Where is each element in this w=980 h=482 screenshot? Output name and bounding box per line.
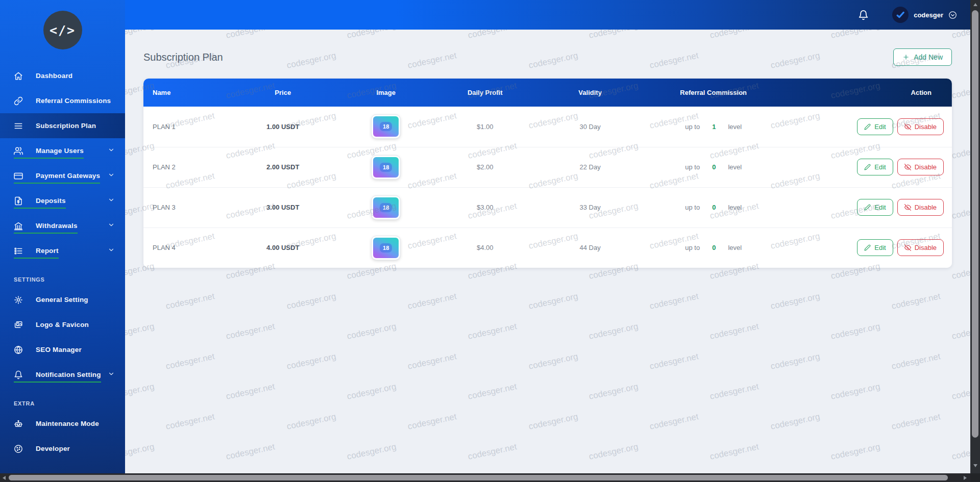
gear-icon [14, 295, 23, 305]
sidebar-item-seo-manager[interactable]: SEO Manager [0, 337, 125, 362]
watermark-text: codesger.net [225, 382, 276, 402]
edit-label: Edit [874, 244, 886, 251]
sidebar-item-maintenance-mode[interactable]: Maintenance Mode [0, 411, 125, 436]
watermark-text: codesger.net [649, 291, 699, 312]
chevron-down-icon [108, 196, 115, 206]
daily-profit-cell: $4.00 [426, 227, 544, 268]
sidebar-item-main: Withdrawals [14, 221, 78, 234]
table-row: PLAN 33.00 USDT18$3.0033 Dayup to0levelE… [143, 187, 952, 227]
watermark-text: codesger.net [467, 382, 518, 402]
chevron-down-icon [108, 370, 115, 379]
sidebar-item-main: Report [14, 246, 59, 259]
sidebar-item-label: Developer [36, 445, 70, 452]
disable-button[interactable]: Disable [897, 159, 944, 175]
sidebar-item-developer[interactable]: Developer [0, 436, 125, 461]
plan-image-cell: 18 [346, 107, 426, 147]
plan-price-cell: 3.00 USDT [220, 187, 346, 227]
sidebar-item-label: Notification Setting [36, 371, 101, 378]
home-icon [14, 71, 23, 81]
user-menu[interactable]: codesger [892, 7, 957, 23]
watermark-text: codesger.net [407, 351, 457, 372]
horizontal-scrollbar[interactable] [0, 473, 970, 482]
watermark-text: codesger.org [830, 30, 881, 41]
table-row: PLAN 44.00 USDT18$4.0044 Dayup to0levelE… [143, 227, 952, 268]
sidebar-item-label: Maintenance Mode [36, 420, 99, 427]
bars-icon [14, 121, 23, 131]
eye-slash-icon [904, 244, 911, 251]
commission-levels: 1 [712, 123, 716, 131]
sidebar-item-withdrawals[interactable]: Withdrawals [0, 213, 125, 238]
add-new-button[interactable]: Add New [893, 48, 952, 66]
commission-levels: 0 [712, 163, 716, 171]
page-header: Subscription Plan Add New [143, 48, 952, 66]
commission-suffix: level [728, 163, 742, 171]
pencil-icon [864, 123, 871, 130]
disable-button[interactable]: Disable [897, 239, 944, 256]
edit-button[interactable]: Edit [857, 159, 893, 175]
sidebar-item-label: Report [36, 247, 59, 255]
watermark-text: codesger.net [225, 442, 276, 462]
vertical-scrollbar[interactable] [970, 0, 980, 473]
scrollbar-corner [970, 473, 980, 482]
chevron-down-icon [108, 221, 115, 231]
edit-button[interactable]: Edit [857, 239, 893, 256]
link-icon [14, 96, 23, 106]
watermark-text: codesger.net [467, 30, 518, 41]
plan-image-badge: 18 [380, 163, 392, 172]
sidebar-item-deposits[interactable]: Deposits [0, 188, 125, 213]
table-header-row: NamePriceImageDaily ProfitValidityReferr… [143, 79, 952, 107]
watermark-text: codesger.org [125, 382, 155, 402]
username: codesger [914, 11, 943, 19]
watermark-text: codesger.org [528, 351, 579, 372]
sidebar-item-main: Deposits [14, 196, 66, 209]
edit-label: Edit [874, 123, 886, 131]
watermark-text: codesger.net [891, 412, 941, 432]
sidebar-item-general-setting[interactable]: General Setting [0, 287, 125, 312]
horizontal-scrollbar-thumb[interactable] [9, 475, 948, 480]
watermark-text: codesger.net [649, 412, 699, 432]
sidebar-item-report[interactable]: Report [0, 238, 125, 263]
users-icon [14, 146, 23, 156]
sidebar-item-label: Dashboard [36, 72, 72, 80]
edit-button[interactable]: Edit [857, 118, 893, 135]
column-header-price: Price [220, 79, 346, 107]
plan-image: 18 [372, 115, 400, 138]
commission-prefix: up to [685, 123, 700, 131]
sidebar-item-referral-commissions[interactable]: Referral Commissions [0, 88, 125, 113]
disable-button[interactable]: Disable [897, 118, 944, 135]
sidebar-item-label: Payment Gateways [36, 172, 100, 180]
plan-image: 18 [372, 196, 400, 219]
pencil-icon [864, 244, 871, 251]
sidebar-item-notification-setting[interactable]: Notification Setting [0, 362, 125, 387]
sidebar-item-subscription-plan[interactable]: Subscription Plan [0, 113, 125, 138]
plan-image: 18 [372, 236, 400, 260]
disable-label: Disable [915, 163, 937, 171]
sidebar-item-manage-users[interactable]: Manage Users [0, 138, 125, 163]
scroll-right-arrow[interactable] [961, 473, 969, 482]
globe-icon [14, 345, 23, 354]
sidebar-item-dashboard[interactable]: Dashboard [0, 63, 125, 88]
logo-area[interactable]: </> [0, 0, 125, 60]
scroll-up-arrow[interactable] [970, 0, 980, 9]
sidebar-item-label: General Setting [36, 296, 88, 303]
edit-button[interactable]: Edit [857, 199, 893, 216]
sidebar-item-label: Logo & Favicon [36, 321, 89, 328]
notifications-bell-icon[interactable] [858, 10, 869, 20]
table-row: PLAN 11.00 USDT18$1.0030 Dayup to1levelE… [143, 107, 952, 147]
disable-button[interactable]: Disable [897, 199, 944, 216]
referral-commission-cell: up to1level [636, 107, 790, 147]
scroll-down-arrow[interactable] [970, 461, 980, 470]
watermark-text: codesger.net [709, 382, 760, 402]
plan-name-cell: PLAN 1 [143, 107, 220, 147]
plan-image-cell: 18 [346, 187, 426, 227]
vertical-scrollbar-thumb[interactable] [972, 10, 978, 438]
column-header-daily-profit: Daily Profit [426, 79, 544, 107]
referral-commission-cell: up to0level [636, 227, 790, 268]
commission-levels: 0 [712, 204, 716, 211]
sidebar-item-logo-favicon[interactable]: Logo & Favicon [0, 312, 125, 337]
sidebar-item-payment-gateways[interactable]: Payment Gateways [0, 163, 125, 188]
scroll-left-arrow[interactable] [0, 473, 8, 482]
commission-levels: 0 [712, 244, 716, 251]
sidebar-item-main: Developer [14, 444, 70, 453]
watermark-text: codesger.net [649, 351, 699, 372]
